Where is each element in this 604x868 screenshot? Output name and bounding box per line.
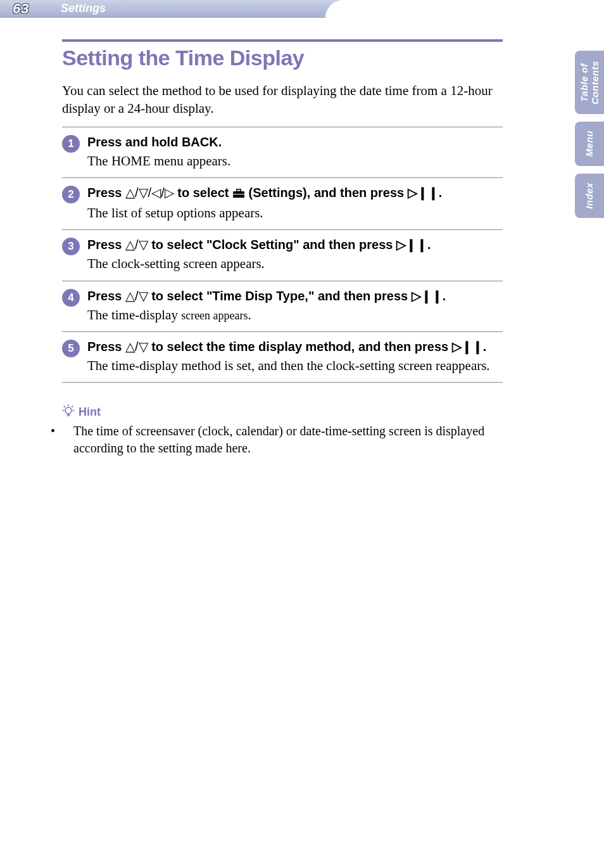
step-title: Press △/▽ to select "Time Disp Type," an… [87,288,503,305]
hint-heading: Hint [62,404,503,420]
step-list: 1 Press and hold BACK. The HOME menu app… [62,127,503,383]
step: 4 Press △/▽ to select "Time Disp Type," … [62,281,503,331]
toolbox-icon [232,186,245,203]
step: 1 Press and hold BACK. The HOME menu app… [62,127,503,177]
step-marker: 5 [62,340,80,357]
lightbulb-icon [62,404,75,420]
step-title: Press and hold BACK. [87,134,503,151]
page-title: Setting the Time Display [62,46,503,70]
intro-paragraph: You can select the method to be used for… [62,82,503,118]
page-content: Setting the Time Display You can select … [0,18,604,457]
hint-label: Hint [79,405,101,419]
header-bar: 63 Settings [0,0,604,18]
step-desc: The time-display method is set, and then… [87,357,503,374]
svg-rect-3 [233,194,244,195]
step-desc: The clock-setting screen appears. [87,255,503,272]
step: 5 Press △/▽ to select the time display m… [62,331,503,383]
page-number: 63 [0,1,46,17]
side-tab-index[interactable]: Index [575,174,604,218]
side-tab-label: Table of Contents [579,61,600,105]
title-rule [62,39,503,42]
step-marker: 3 [62,238,80,255]
step-marker: 1 [62,135,80,153]
step-title: Press △/▽ to select the time display met… [87,338,503,355]
svg-rect-2 [237,190,241,191]
step-marker: 4 [62,289,80,307]
step: 2 Press △/▽/◁/▷ to select (Settings), an… [62,177,503,229]
header-curve [325,0,604,18]
step: 3 Press △/▽ to select "Clock Setting" an… [62,229,503,280]
hint-block: Hint • The time of screensaver (clock, c… [62,404,503,457]
side-tab-toc[interactable]: Table of Contents [575,51,604,114]
side-tab-menu[interactable]: Menu [575,122,604,166]
step-title: Press △/▽/◁/▷ to select (Settings), and … [87,184,503,203]
section-name: Settings [46,2,106,15]
step-desc: The list of setup options appears. [87,204,503,222]
hint-body: • The time of screensaver (clock, calend… [62,423,503,457]
step-title: Press △/▽ to select "Clock Setting" and … [87,236,503,253]
step-desc: The time-display screen appears. [87,306,503,324]
side-tab-label: Menu [584,131,595,156]
svg-point-4 [65,407,72,414]
step-desc: The HOME menu appears. [87,152,503,170]
side-tabs: Table of Contents Menu Index [575,51,604,218]
side-tab-label: Index [584,182,595,209]
step-marker: 2 [62,186,80,203]
